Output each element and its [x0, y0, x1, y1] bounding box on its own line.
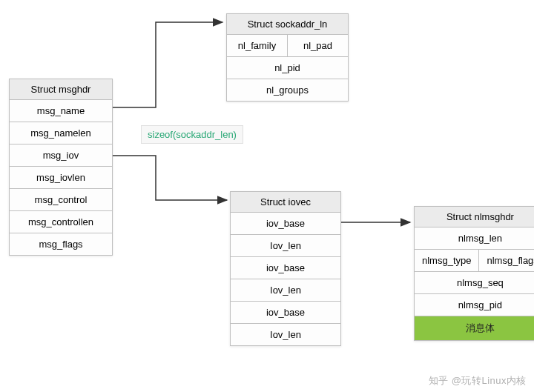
iovec-field: Iov_len [231, 235, 341, 257]
iovec-field: iov_base [231, 213, 341, 235]
msghdr-field: msg_controllen [10, 211, 113, 233]
struct-sockaddr-table: Struct sockaddr_ln nl_family nl_pad nl_p… [226, 13, 349, 102]
nlmsghdr-body: 消息体 [415, 316, 535, 341]
sockaddr-field: nl_pid [227, 57, 349, 79]
sockaddr-field: nl_groups [227, 79, 349, 102]
iovec-field: Iov_len [231, 279, 341, 302]
msghdr-field: msg_flags [10, 233, 113, 256]
nlmsghdr-field: nlmsg_type [415, 250, 479, 272]
sockaddr-field: nl_family [227, 35, 288, 57]
struct-iovec-table: Struct iovec iov_base Iov_len iov_base I… [230, 191, 341, 346]
msghdr-title: Struct msghdr [10, 79, 113, 100]
msghdr-field: msg_name [10, 100, 113, 122]
iovec-field: iov_base [231, 257, 341, 279]
nlmsghdr-field: nlmsg_len [415, 227, 535, 250]
iovec-field: iov_base [231, 302, 341, 324]
sockaddr-field: nl_pad [288, 35, 349, 57]
nlmsghdr-title: Struct nlmsghdr [415, 207, 535, 227]
iovec-title: Struct iovec [231, 192, 341, 213]
msghdr-field: msg_control [10, 189, 113, 211]
nlmsghdr-field: nlmsg_pid [415, 294, 535, 316]
watermark: 知乎 @玩转Linux内核 [429, 374, 527, 388]
msghdr-field: msg_namelen [10, 122, 113, 144]
msghdr-field: msg_iov [10, 144, 113, 167]
msghdr-field: msg_iovlen [10, 167, 113, 189]
nlmsghdr-field: nlmsg_seq [415, 272, 535, 294]
nlmsghdr-field: nlmsg_flags [479, 250, 534, 272]
sockaddr-title: Struct sockaddr_ln [227, 14, 349, 35]
iovec-field: Iov_len [231, 324, 341, 346]
sizeof-annotation: sizeof(sockaddr_len) [141, 125, 243, 144]
struct-msghdr-table: Struct msghdr msg_name msg_namelen msg_i… [9, 79, 113, 256]
struct-nlmsghdr-table: Struct nlmsghdr nlmsg_len nlmsg_type nlm… [414, 206, 534, 341]
